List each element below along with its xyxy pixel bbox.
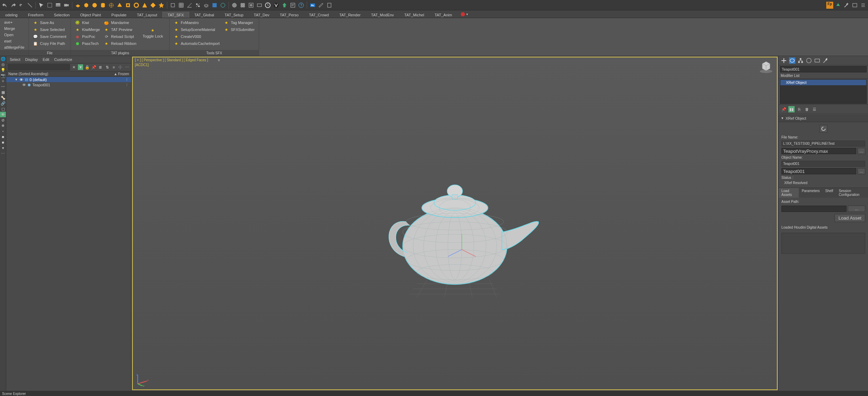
layers2-icon[interactable]: ≡ <box>111 64 116 70</box>
forest-icon[interactable] <box>281 2 288 9</box>
redo-icon[interactable] <box>10 2 17 9</box>
xref-update-button[interactable] <box>820 125 827 133</box>
scene-menu-display[interactable]: Display <box>25 57 38 62</box>
eye-icon[interactable]: 👁 <box>19 78 23 82</box>
window-icon[interactable] <box>851 2 858 9</box>
ribbon-item-save-selected[interactable]: ★Save Selected <box>31 26 69 33</box>
ribbon-item-kiwimerge[interactable]: ★KiwiMerge <box>73 26 102 33</box>
frozen-cell[interactable]: ⁞ <box>124 82 130 87</box>
tab-populate[interactable]: Populate <box>106 12 131 18</box>
undo-icon[interactable] <box>1 2 8 9</box>
object-name-input[interactable] <box>781 168 856 174</box>
rollout-header-xref[interactable]: ▾ XRef Object <box>779 114 868 122</box>
primitive-hedra-icon[interactable] <box>150 2 156 9</box>
ribbon-item-fxmaestro[interactable]: ★FxMaestro <box>172 19 222 26</box>
more-icon[interactable]: ⋯ <box>124 64 130 70</box>
list-icon[interactable] <box>860 2 867 9</box>
material-quad-icon[interactable] <box>239 2 246 9</box>
pin-icon[interactable]: 📌 <box>91 64 96 70</box>
viewport-filter-icon[interactable]: ▼ <box>217 58 221 62</box>
vtool-freeze-icon[interactable]: ❄ <box>0 123 6 128</box>
column-name[interactable]: Name (Sorted Ascending) <box>8 72 48 76</box>
layers-icon[interactable]: ≣ <box>98 64 103 70</box>
material-slot-icon[interactable] <box>231 2 238 9</box>
unique-icon[interactable]: ⎘ <box>796 106 802 112</box>
tab-tat-render[interactable]: TAT_Render <box>334 12 366 18</box>
lock-icon[interactable]: 🔒 <box>85 64 90 70</box>
vtool-container-icon[interactable]: ▢ <box>0 106 6 112</box>
tree-row-root[interactable]: ▾ 👁 ▤ 0 (default) ⁞ <box>6 77 131 82</box>
scene-tree[interactable]: ▾ 👁 ▤ 0 (default) ⁞ 👁 ◉ Teapot001 ⁞ <box>6 77 131 391</box>
load-asset-button[interactable]: Load Asset <box>835 214 865 222</box>
ribbon-item-open[interactable]: Open <box>2 32 26 38</box>
remove-mod-icon[interactable]: 🗑 <box>804 106 810 112</box>
vtool-funnel-icon[interactable]: ▾ <box>0 145 6 151</box>
add-layer-icon[interactable]: ➕ <box>118 64 123 70</box>
object-name-field[interactable]: Teapot001 <box>780 66 867 72</box>
render-setup-icon[interactable] <box>248 2 255 9</box>
snap-angle-icon[interactable] <box>186 2 193 9</box>
teapot-mesh[interactable] <box>357 163 552 295</box>
vtool-light-icon[interactable]: 💡 <box>0 67 6 73</box>
ribbon-item-setup-scene-material[interactable]: ★SetupSceneMaterial <box>172 26 222 33</box>
scene-menu-edit[interactable]: Edit <box>43 57 49 62</box>
tree-row-teapot[interactable]: 👁 ◉ Teapot001 ⁞ <box>6 82 131 87</box>
tab-tat-dev[interactable]: TAT_Dev <box>249 12 275 18</box>
vtool-show-icon[interactable]: 👁 <box>0 112 6 117</box>
ribbon-item-kiwi[interactable]: 🥝Kiwi <box>73 19 102 26</box>
script-listener-icon[interactable] <box>289 2 296 9</box>
create-tab-icon[interactable] <box>781 57 787 64</box>
file-name-input[interactable] <box>781 148 856 154</box>
frozen-cell[interactable]: ⁞ <box>124 77 130 82</box>
primitive-plane-icon[interactable] <box>74 2 81 9</box>
primitive-tube-icon[interactable] <box>124 2 131 9</box>
utilities-tab-icon[interactable] <box>822 57 829 64</box>
sort-icon[interactable]: ⇅ <box>105 64 110 70</box>
modify-tab-icon[interactable] <box>789 57 795 64</box>
scene-menu-select[interactable]: Select <box>10 57 21 62</box>
tab-object-paint[interactable]: Object Paint <box>75 12 106 18</box>
wrench-icon[interactable] <box>843 2 850 9</box>
teal-tool-icon[interactable] <box>219 2 226 9</box>
vtool-misc-icon[interactable]: ⋯ <box>0 151 6 156</box>
configure-icon[interactable]: ☰ <box>811 106 818 112</box>
tree-twisty-icon[interactable]: ▾ <box>15 77 18 82</box>
motion-tab-icon[interactable] <box>806 57 812 64</box>
fp-badge[interactable]: Fp <box>826 2 833 9</box>
ribbon-item-save-comment[interactable]: 💬Save Comment <box>31 33 69 40</box>
ribbon-item-sfx-submitter[interactable]: ★SFXSubmitter <box>222 26 257 33</box>
ribbon-item-reload-script[interactable]: ⟳Reload Script <box>102 33 138 40</box>
loaded-hda-list[interactable] <box>781 233 865 254</box>
asset-browse-button[interactable]: … <box>848 206 865 212</box>
vtool-group-icon[interactable]: ▦ <box>0 89 6 95</box>
primitive-cylinder-icon[interactable] <box>99 2 106 9</box>
tree-icon[interactable] <box>835 2 842 9</box>
tab-parameters[interactable]: Parameters <box>799 188 822 198</box>
isolate-icon[interactable] <box>169 2 176 9</box>
tab-load-assets[interactable]: Load Assets <box>779 188 799 198</box>
modifier-list-label[interactable]: Modifier List <box>779 73 868 79</box>
ribbon-item-auto-cache-import[interactable]: ★AutomaticCacheImport <box>172 40 222 47</box>
asset-path-input[interactable] <box>781 206 846 212</box>
eye-icon[interactable]: 👁 <box>22 83 26 87</box>
select-name-icon[interactable] <box>55 2 62 9</box>
tab-tat-michel[interactable]: TAT_Michel <box>399 12 429 18</box>
vtool-warp-icon[interactable]: 〰 <box>0 84 6 89</box>
ribbon-item-save-as[interactable]: ★Save As <box>31 19 69 26</box>
camera-icon[interactable] <box>63 2 70 9</box>
tab-tat-perso[interactable]: TAT_Perso <box>275 12 304 18</box>
modifier-stack[interactable]: XRef Object <box>780 79 867 104</box>
primitive-box-icon[interactable] <box>83 2 90 9</box>
vtool-target-icon[interactable]: ◎ <box>0 62 6 67</box>
show-end-icon[interactable]: ▮▮ <box>788 106 795 112</box>
tabs-dropdown-icon[interactable]: ▾ <box>466 13 468 16</box>
scene-menu-customize[interactable]: Customize <box>54 57 72 62</box>
layer-icon[interactable] <box>203 2 210 9</box>
unlink-icon[interactable] <box>26 2 33 9</box>
vtool-globe-icon[interactable]: 🌐 <box>0 56 6 62</box>
primitive-torus-icon[interactable] <box>133 2 140 9</box>
render-icon[interactable] <box>264 2 271 9</box>
snap-grid-icon[interactable] <box>178 2 185 9</box>
pin-stack-icon[interactable]: 📌 <box>781 106 787 112</box>
ribbon-item-tat-preview[interactable]: ★TAT Preview <box>102 26 138 33</box>
